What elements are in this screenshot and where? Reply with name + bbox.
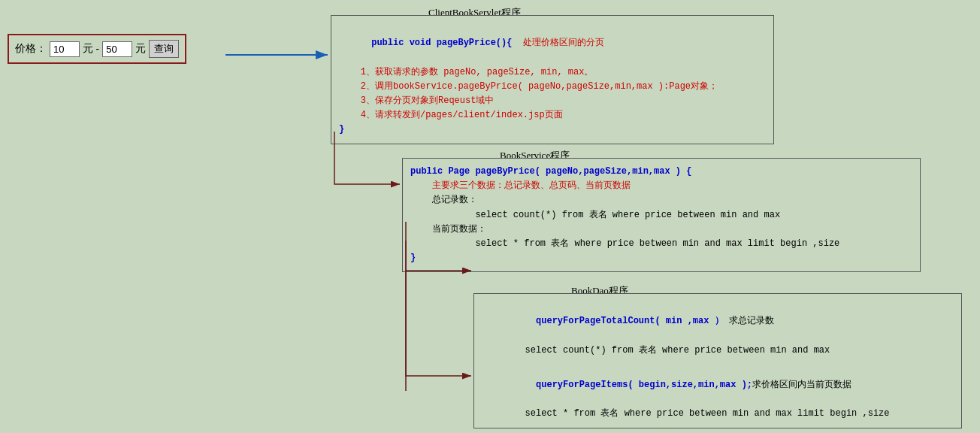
dao-line3: queryForPageItems( begin,size,min,max );… [482,364,954,407]
price-separator: 元 - [83,42,99,56]
service-line3: 总记录数： [410,193,912,207]
arrow-service-to-dao-items [406,271,471,376]
dao-code-box: queryForPageTotalCount( min ,max ） 求总记录数… [473,293,962,428]
price-label: 价格： [15,42,47,56]
client-line1: public void pageByPrice(){ 处理价格区间的分页 [339,22,766,65]
dao-line4: select * from 表名 where price between min… [482,407,954,421]
price-unit: 元 [135,42,146,56]
price-filter: 价格： 元 - 元 查询 [8,34,186,64]
service-line4: select count(*) from 表名 where price betw… [410,208,912,223]
client-line2: 1、获取请求的参数 pageNo, pageSize, min, max。 [339,65,766,80]
query-button[interactable]: 查询 [149,40,179,58]
service-line6: select * from 表名 where price between min… [410,237,912,251]
dao-line3-blue: queryForPageItems( begin,size,min,max ); [514,380,752,390]
client-line1-red: 处理价格区间的分页 [512,38,603,48]
dao-line1-black: 求总记录数 [724,316,774,326]
dao-line1-blue: queryForPageTotalCount( min ,max ） [514,316,723,326]
service-line1: public Page pageByPrice( pageNo,pageSize… [410,165,912,179]
client-line5: 4、请求转发到/pages/client/index.jsp页面 [339,108,766,123]
client-line4: 3、保存分页对象到Reqeust域中 [339,94,766,108]
service-line2: 主要求三个数据：总记录数、总页码、当前页数据 [410,179,912,193]
client-line1-blue: public void pageByPrice(){ [371,38,512,48]
main-container: 价格： 元 - 元 查询 ClientBookServlet程序 public … [0,0,980,433]
dao-line3-black: 求价格区间内当前页数据 [752,380,851,390]
max-price-input[interactable] [102,41,132,57]
service-code-box: public Page pageByPrice( pageNo,pageSize… [402,158,921,272]
min-price-input[interactable] [50,41,80,57]
service-line5: 当前页数据： [410,223,912,237]
client-line6: } [339,123,766,137]
dao-line1: queryForPageTotalCount( min ,max ） 求总记录数 [482,300,954,344]
client-code-box: public void pageByPrice(){ 处理价格区间的分页 1、获… [331,15,774,144]
client-line3: 2、调用bookService.pageByPrice( pageNo,page… [339,80,766,94]
service-line7: } [410,251,912,265]
dao-line2: select count(*) from 表名 where price betw… [482,344,954,358]
